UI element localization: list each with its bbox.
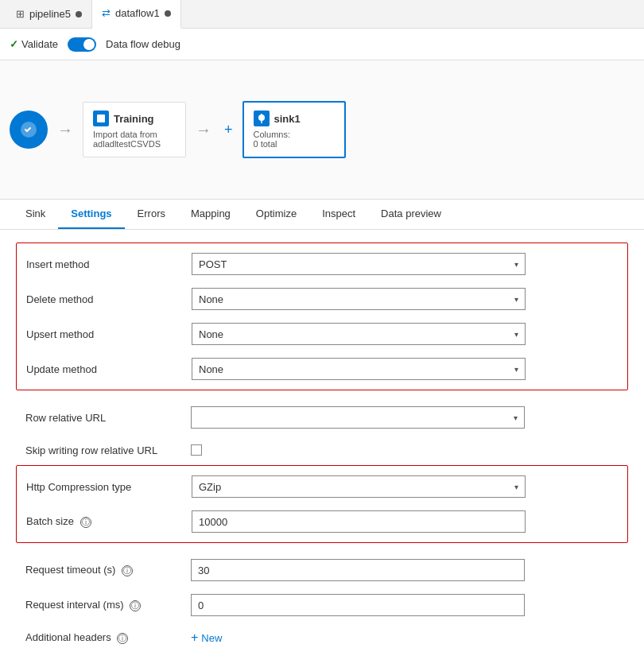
row-relative-url-chevron: ▾ [514, 413, 518, 422]
row-relative-url-label: Row relative URL [25, 412, 184, 424]
checkmark-icon: ✓ [10, 38, 18, 50]
row-relative-url-select[interactable]: ▾ [191, 406, 525, 429]
http-compression-chevron: ▾ [514, 483, 518, 491]
pipeline-icon: ⊞ [16, 8, 25, 20]
http-compression-select[interactable]: GZip ▾ [192, 475, 526, 498]
skip-writing-checkbox[interactable] [191, 444, 202, 456]
http-compression-value: GZip [199, 481, 221, 493]
additional-headers-control: + New [191, 631, 619, 645]
delete-method-chevron: ▾ [514, 295, 518, 304]
http-compression-control: GZip ▾ [192, 475, 618, 498]
batch-size-control: 10000 [192, 510, 618, 533]
delete-method-value: None [199, 293, 223, 305]
tab-errors[interactable]: Errors [125, 200, 178, 229]
delete-method-row: Delete method None ▾ [17, 281, 627, 316]
top-tab-bar: ⊞ pipeline5 ⇄ dataflow1 [0, 0, 644, 29]
additional-headers-info-icon: ⓘ [117, 633, 128, 644]
request-interval-label-text: Request interval (ms) [25, 599, 124, 611]
tab-sink[interactable]: Sink [13, 200, 58, 229]
upsert-method-row: Upsert method None ▾ [17, 316, 627, 351]
request-interval-row: Request interval (ms) ⓘ 0 [16, 588, 628, 623]
training-node-icon [93, 111, 109, 126]
upsert-method-control: None ▾ [192, 323, 618, 345]
delete-method-label: Delete method [26, 293, 185, 305]
debug-toggle[interactable] [68, 37, 96, 52]
tab-mapping[interactable]: Mapping [178, 200, 243, 229]
upsert-method-chevron: ▾ [514, 330, 518, 339]
tab-inspect[interactable]: Inspect [309, 200, 368, 229]
sink-node-name: sink1 [274, 113, 301, 125]
source-node[interactable] [10, 111, 48, 149]
additional-headers-row: Additional headers ⓘ + New [16, 623, 628, 648]
skip-writing-control [191, 444, 619, 456]
insert-method-label: Insert method [26, 258, 185, 270]
insert-method-row: Insert method POST ▾ [17, 246, 627, 281]
batch-size-value: 10000 [199, 516, 227, 528]
request-interval-info-icon: ⓘ [130, 600, 141, 611]
request-timeout-row: Request timeout (s) ⓘ 30 [16, 553, 628, 588]
compression-section: Http Compression type GZip ▾ Batch size … [16, 465, 628, 543]
batch-size-row: Batch size ⓘ 10000 [17, 504, 627, 539]
request-timeout-control: 30 [191, 559, 619, 581]
request-timeout-label-text: Request timeout (s) [25, 564, 115, 576]
sink-node-header: sink1 [254, 111, 335, 126]
svg-rect-1 [97, 114, 105, 122]
update-method-select[interactable]: None ▾ [192, 358, 526, 380]
request-timeout-value: 30 [198, 565, 209, 576]
sink-node-columns-label: Columns: [254, 130, 335, 139]
insert-method-control: POST ▾ [192, 253, 618, 275]
update-method-control: None ▾ [192, 358, 618, 380]
sink-node-columns-value: 0 total [254, 139, 335, 149]
training-node-sub: Import data fromadladltestCSVDS [93, 130, 176, 149]
upsert-method-select[interactable]: None ▾ [192, 323, 526, 345]
upsert-method-value: None [199, 328, 223, 340]
dataflow-icon: ⇄ [102, 7, 111, 19]
training-node-header: Training [93, 111, 176, 126]
additional-headers-label-text: Additional headers [25, 631, 111, 643]
pipeline5-dot [76, 11, 82, 17]
sink-node[interactable]: sink1 Columns: 0 total [242, 101, 346, 158]
settings-tabs-bar: Sink Settings Errors Mapping Optimize In… [0, 200, 644, 230]
canvas-area: → Training Import data fromadladltestCSV… [0, 60, 644, 200]
update-method-chevron: ▾ [514, 365, 518, 374]
http-compression-label: Http Compression type [26, 481, 185, 493]
request-interval-label: Request interval (ms) ⓘ [25, 599, 184, 611]
tab-optimize[interactable]: Optimize [243, 200, 309, 229]
tab-pipeline5[interactable]: ⊞ pipeline5 [6, 0, 92, 29]
delete-method-select[interactable]: None ▾ [192, 288, 526, 310]
settings-content: Insert method POST ▾ Delete method None … [0, 230, 644, 648]
delete-method-control: None ▾ [192, 288, 618, 310]
request-interval-input[interactable]: 0 [191, 594, 525, 616]
batch-size-input[interactable]: 10000 [192, 510, 526, 533]
skip-writing-label: Skip writing row relative URL [25, 444, 184, 456]
methods-section: Insert method POST ▾ Delete method None … [16, 243, 628, 390]
training-node[interactable]: Training Import data fromadladltestCSVDS [83, 102, 186, 157]
row-relative-url-control: ▾ [191, 406, 619, 429]
batch-size-info-icon: ⓘ [80, 517, 91, 528]
request-interval-value: 0 [198, 599, 204, 611]
request-timeout-input[interactable]: 30 [191, 559, 525, 581]
toolbar: ✓ Validate Data flow debug [0, 29, 644, 60]
arrow-1: → [57, 121, 73, 139]
batch-size-label: Batch size ⓘ [26, 515, 185, 528]
tab-dataflow1[interactable]: ⇄ dataflow1 [92, 0, 181, 29]
additional-headers-label: Additional headers ⓘ [25, 631, 184, 644]
insert-method-chevron: ▾ [514, 260, 518, 269]
debug-label: Data flow debug [106, 38, 180, 50]
add-node-button[interactable]: + [224, 122, 233, 138]
tab-datapreview[interactable]: Data preview [368, 200, 454, 229]
insert-method-value: POST [199, 258, 227, 270]
validate-button[interactable]: ✓ Validate [10, 38, 58, 50]
additional-headers-add-button[interactable]: + New [191, 631, 619, 645]
source-icon [10, 111, 48, 149]
insert-method-select[interactable]: POST ▾ [192, 253, 526, 275]
row-relative-url-row: Row relative URL ▾ [16, 400, 628, 435]
validate-label: Validate [21, 38, 58, 50]
request-timeout-info-icon: ⓘ [122, 565, 133, 576]
update-method-label: Update method [26, 363, 185, 375]
skip-writing-row: Skip writing row relative URL [16, 435, 628, 465]
request-timeout-label: Request timeout (s) ⓘ [25, 564, 184, 576]
tab-settings[interactable]: Settings [58, 200, 124, 229]
update-method-value: None [199, 363, 223, 375]
dataflow1-dot [165, 10, 171, 17]
